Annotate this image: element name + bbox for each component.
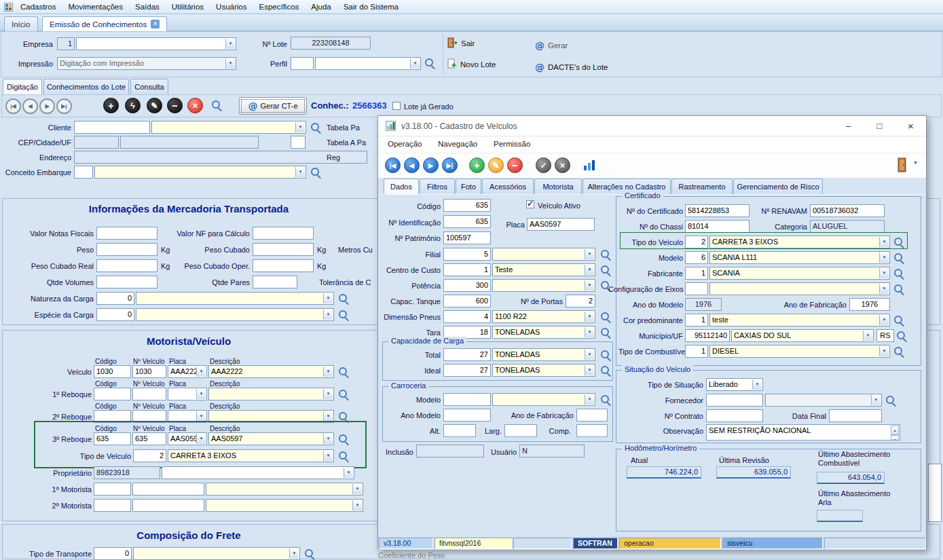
perfil-combo[interactable] [315,57,421,70]
tab-close-icon[interactable]: ✕ [151,20,160,29]
menu-especificos[interactable]: Específicos [253,1,305,12]
confirm-button[interactable]: ✓ [536,157,551,173]
novo-lote-button[interactable]: Novo Lote [447,58,496,70]
centro-custo-code-input[interactable]: 1 [443,263,491,276]
tab-emissao-de-conhecimentos[interactable]: Emissão de Conhecimentos ✕ [42,16,167,31]
add-button[interactable]: + [469,157,485,173]
dialog-tab-dados[interactable]: Dados [384,179,419,194]
patrimonio-input[interactable]: 100597 [443,231,491,244]
capacidade-total-search-icon[interactable] [601,350,611,360]
carroceria-modelo-combo[interactable] [492,393,595,406]
perfil-search-icon[interactable] [425,58,435,69]
capacidade-total-combo[interactable]: TONELADAS [492,348,595,361]
centro-custo-combo[interactable]: Teste [492,263,595,276]
first-record-button[interactable]: |◀ [385,157,401,173]
cert-modelo-combo[interactable]: SCANIA L111 [709,251,890,264]
fabricante-code-input[interactable]: 1 [685,267,708,280]
dimensao-pneus-search-icon[interactable] [601,312,611,322]
filial-code-input[interactable]: 5 [443,248,491,261]
motorista2-codigo-input[interactable] [94,499,131,512]
qtde-pares-input[interactable] [253,276,297,288]
menu-movimentacoes[interactable]: Movimentações [62,1,129,12]
identificacao-input[interactable]: 635 [443,215,491,228]
veiculo-search-icon[interactable] [339,367,349,377]
nav-prev-button[interactable]: ◀ [22,98,38,114]
cep-input[interactable] [74,136,119,149]
reboque1-num-input[interactable] [132,388,166,400]
reboque1-search-icon[interactable] [339,390,349,400]
veiculo-placa-combo[interactable]: AAA2222 [168,365,207,378]
subtab-digitacao[interactable]: Digitação [3,79,42,94]
placa-input[interactable]: AAS0597 [527,218,595,231]
reboque1-descricao-combo[interactable] [208,388,334,400]
tipo-veiculo-search-icon[interactable] [339,451,349,462]
tipo-situacao-combo[interactable]: Liberado [706,378,763,391]
qtde-volumes-input[interactable] [96,276,158,288]
fabricante-combo[interactable]: SCANIA [709,267,890,280]
subtab-consulta[interactable]: Consulta [130,79,168,94]
edit-button[interactable]: ✎ [488,157,504,173]
valor-nf-calculo-input[interactable] [253,227,314,240]
cert-tipo-veiculo-search-icon[interactable] [894,238,904,248]
menu-usuarios[interactable]: Usuários [210,1,253,12]
execute-lightning-button[interactable]: ϟ [125,98,141,113]
dialog-tab-gerenciamento-risco[interactable]: Gerenciamento de Risco [733,179,823,194]
filial-combo[interactable] [492,248,595,261]
combustivel-combo[interactable]: DIESEL [709,345,890,358]
filial-search-icon[interactable] [601,250,611,260]
renavam-input[interactable]: 00518736032 [810,204,885,217]
dialog-tab-motorista[interactable]: Motorista [534,179,582,194]
chassi-input[interactable]: 81014 [685,220,750,233]
combustivel-search-icon[interactable] [894,347,904,357]
motorista2-combo[interactable] [206,499,363,512]
menu-ajuda[interactable]: Ajuda [305,1,337,12]
capacidade-total-code-input[interactable]: 27 [443,348,491,361]
next-record-button[interactable]: ▶ [423,157,439,173]
fornecedor-search-icon[interactable] [886,396,896,406]
municipio-code-input[interactable]: 95112140 [685,329,730,342]
fornecedor-code-input[interactable] [706,394,763,407]
valor-notas-fiscais-input[interactable] [96,227,158,240]
proprietario-code-input[interactable]: 89823918 [94,466,160,479]
sair-button[interactable]: Sair [447,37,475,50]
carroceria-modelo-search-icon[interactable] [601,395,611,405]
municipio-combo[interactable]: CAXIAS DO SUL [731,329,874,342]
reboque3-codigo-input[interactable]: 635 [94,432,131,445]
potencia-combo[interactable] [492,279,595,292]
especie-carga-code-input[interactable]: 0 [96,308,134,321]
especie-carga-combo[interactable] [136,308,334,321]
motorista1-codigo-input[interactable] [94,483,131,496]
menu-permissao[interactable]: Permissão [494,140,530,148]
cidade-input[interactable] [120,136,259,149]
codigo-input[interactable]: 635 [443,199,491,212]
empresa-combo[interactable] [76,37,236,50]
last-record-button[interactable]: ▶| [442,157,458,173]
subtab-conhecimentos-do-lote[interactable]: Conhecimentos do Lote [43,79,129,94]
endereco-input[interactable] [74,151,367,164]
nav-next-button[interactable]: ▶ [39,98,55,114]
tipo-transporte-search-icon[interactable] [305,549,315,559]
scroll-arrows-icon[interactable]: ▲▼ [891,426,899,439]
perfil-code-input[interactable] [291,57,314,70]
prev-record-button[interactable]: ◀ [404,157,420,173]
natureza-carga-combo[interactable] [136,292,334,305]
observacao-textarea[interactable]: SEM RESTRIÇÃO NACIONAL▲▼ [706,424,900,441]
dialog-tab-filtros[interactable]: Filtros [420,179,455,194]
cliente-combo[interactable] [151,121,306,134]
conceito-combo[interactable] [94,166,306,179]
cor-search-icon[interactable] [894,316,904,326]
peso-cubado-real-input[interactable] [96,259,158,272]
tipo-veiculo-combo[interactable]: CARRETA 3 EIXOS [168,449,334,462]
reboque1-placa-combo[interactable] [168,388,207,400]
menu-navegacao[interactable]: Navegação [438,140,477,148]
municipio-search-icon[interactable] [897,331,907,341]
capacidade-ideal-combo[interactable]: TONELADAS [492,364,595,377]
dacte-do-lote-button[interactable]: @ DACTE's do Lote [535,62,608,73]
tara-search-icon[interactable] [601,328,611,338]
gerar-button[interactable]: @ Gerar [535,40,568,51]
fornecedor-combo[interactable] [765,394,882,407]
cancel-record-button[interactable]: × [187,98,203,113]
toolbar-overflow-chevron-icon[interactable]: ▼ [913,160,918,165]
data-final-input[interactable] [829,409,882,422]
dialog-tab-foto[interactable]: Foto [456,179,481,194]
